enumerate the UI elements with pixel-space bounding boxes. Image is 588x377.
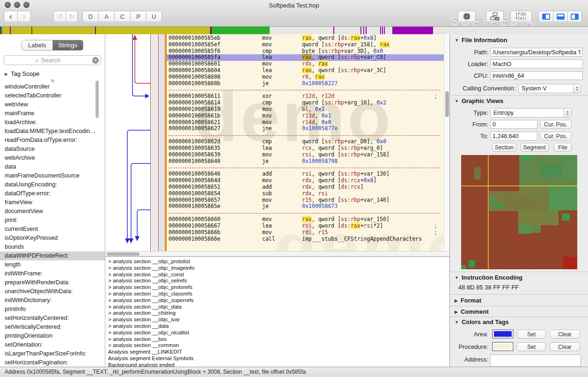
list-item[interactable]: loadArchive: xyxy=(0,118,105,127)
disassembly-line[interactable]: 0000000100058657movr15, qword [ss:rbp+va… xyxy=(167,197,444,204)
disassembly-line[interactable]: 0000000100058601movrdx, rax xyxy=(167,61,444,67)
scrollbar-thumb[interactable] xyxy=(107,252,140,256)
list-item[interactable]: printingOrientation xyxy=(0,332,105,340)
list-item[interactable]: webArchive xyxy=(0,154,105,163)
search-field[interactable]: ⌕ ✕ xyxy=(4,55,101,65)
nav-strip-segment[interactable] xyxy=(380,27,381,34)
clear-search-icon[interactable]: ✕ xyxy=(92,57,99,64)
segment-range-button[interactable]: Segment xyxy=(521,143,549,152)
list-item[interactable]: length xyxy=(0,260,105,269)
list-item[interactable]: bounds xyxy=(0,243,105,251)
list-item[interactable]: unarchiveObjectWithData: xyxy=(0,287,105,296)
mode-ascii-button[interactable]: A xyxy=(98,11,114,22)
disassembly-line[interactable]: 0000000100058660movrax, qword [ss:rbp+va… xyxy=(167,216,444,223)
mode-data-button[interactable]: D xyxy=(82,11,98,22)
disassembly-line[interactable]: 0000000100058651addrdx, qword [ds:rcx] xyxy=(167,184,444,191)
undo-button[interactable]: ↺ xyxy=(53,11,66,22)
disassembly-horizontal-scrollbar[interactable] xyxy=(105,251,449,256)
from-cur-pos-button[interactable]: Cur. Pos. xyxy=(540,120,572,129)
to-field[interactable] xyxy=(490,132,537,140)
toggle-left-pane-button[interactable] xyxy=(538,11,553,22)
list-item[interactable]: mainFrameDocumentSource xyxy=(0,171,105,180)
list-item[interactable]: isOptionKeyPressed xyxy=(0,234,105,243)
sidebar-scrollbar[interactable] xyxy=(96,81,99,118)
loader-field[interactable] xyxy=(490,59,583,68)
disassembly-listing[interactable]: demo demo 00000001000585ebmovrax, qword … xyxy=(167,34,444,251)
toggle-bottom-pane-button[interactable] xyxy=(553,11,567,22)
disassembly-line[interactable]: 000000010005862dcmpqword [ss:rbp+var_D0]… xyxy=(167,139,444,145)
list-item[interactable]: print: xyxy=(0,216,105,225)
area-set-button[interactable]: Set xyxy=(517,330,546,339)
list-item[interactable]: readFromData:ofType:error: xyxy=(0,136,105,145)
disassembly-line[interactable]: 0000000100058604learax, qword [ss:rbp+va… xyxy=(167,67,444,74)
section-colors-tags[interactable]: ▼Colors and Tags xyxy=(455,318,509,325)
disassembly-line[interactable]: 0000000100058639movrsi, qword [ss:rbp+va… xyxy=(167,152,444,158)
nav-strip-segment[interactable] xyxy=(360,27,361,34)
disassembly-line[interactable]: 0000000100058635learcx, qword [ss:rbp+ar… xyxy=(167,145,444,152)
list-item[interactable]: loadData:MIMEType:textEncodin… xyxy=(0,127,105,136)
disassembly-line[interactable]: 000000010005861bmovr13d, 0x1 xyxy=(167,113,444,119)
cpu-mode-button[interactable] xyxy=(458,11,476,22)
disassembly-vertical-scrollbar[interactable] xyxy=(444,34,449,251)
list-item[interactable]: prepareWithRenderData: xyxy=(0,278,105,287)
area-color-well[interactable] xyxy=(492,329,514,339)
nav-strip-segment[interactable] xyxy=(366,27,367,34)
list-item[interactable]: setHorizontalPagination: xyxy=(0,358,105,367)
cpu-field[interactable] xyxy=(490,71,583,80)
list-item[interactable]: initWithFrame: xyxy=(0,269,105,278)
disassembly-line[interactable]: 00000001000585falearax, qword [ss:rbp+va… xyxy=(167,54,444,61)
tag-scope-disclosure[interactable]: ▶Tag Scope xyxy=(5,70,39,77)
list-item[interactable]: documentView xyxy=(0,207,105,216)
disassembly-line[interactable]: 0000000100058614cmpqword [ss:rbp+arg_10]… xyxy=(167,100,444,106)
list-item[interactable]: windowController xyxy=(0,82,105,91)
disassembly-line[interactable]: 0000000100058627jne0x10005877e xyxy=(167,126,444,132)
list-item[interactable]: initWithDictionary: xyxy=(0,296,105,305)
list-item[interactable]: selectedTabController xyxy=(0,91,105,100)
section-instruction-encoding[interactable]: ▼Instruction Encoding xyxy=(455,274,522,281)
type-dropdown[interactable]: Entropy ▲▼ xyxy=(490,108,572,118)
nav-strip-segment[interactable] xyxy=(382,27,383,34)
path-field[interactable] xyxy=(490,48,583,57)
disassembly-line[interactable]: 0000000100058608movr8, rax xyxy=(167,74,444,81)
disassembly-line[interactable]: 00000001000585ebmovrax, qword [ds:rax+0x… xyxy=(167,35,444,42)
calling-convention-dropdown[interactable]: System V ▲▼ xyxy=(518,84,581,93)
file-range-button[interactable]: File xyxy=(554,143,572,152)
list-item[interactable]: webView xyxy=(0,100,105,109)
disassembly-line[interactable]: 0000000100058646addrsi, qword [ss:rbp+va… xyxy=(167,171,444,177)
disassembly-line[interactable]: 0000000100058640je0x100058798 xyxy=(167,158,444,165)
list-item[interactable]: setHorizontallyCentered: xyxy=(0,314,105,323)
list-item[interactable]: dataOfType:error: xyxy=(0,189,105,198)
mode-procedure-button[interactable]: P xyxy=(130,11,146,22)
scrollbar-thumb[interactable] xyxy=(445,91,449,117)
disassembly-line[interactable]: 000000010005864dmovrdx, qword [ds:rcx+0x… xyxy=(167,177,444,184)
list-item[interactable]: dataSource xyxy=(0,145,105,154)
from-field[interactable] xyxy=(490,120,537,129)
list-item[interactable]: dataUsingEncoding: xyxy=(0,180,105,189)
address-field[interactable] xyxy=(490,355,581,367)
disassembly-line[interactable]: 000000010005866bmovrdi, r15; xyxy=(167,229,444,236)
redo-button[interactable]: ↻ xyxy=(66,11,78,22)
control-flow-graph-button[interactable] xyxy=(486,11,504,22)
nav-strip-segment[interactable] xyxy=(210,27,212,34)
section-range-button[interactable]: Section xyxy=(492,143,516,152)
section-file-information[interactable]: ▼File Information xyxy=(455,37,507,44)
disassembly-line[interactable]: 0000000100058654subrdx, rsi xyxy=(167,191,444,197)
nav-strip-segment[interactable] xyxy=(363,27,364,34)
search-input[interactable] xyxy=(41,57,69,64)
entropy-graphic[interactable] xyxy=(461,155,577,269)
mode-undefined-button[interactable]: U xyxy=(146,11,162,22)
list-item[interactable]: printInfo xyxy=(0,305,105,314)
area-clear-button[interactable]: Clear xyxy=(550,330,580,339)
list-item[interactable]: mainFrame xyxy=(0,109,105,118)
disassembly-line[interactable]: 00000001000585f6cmpbyte [ss:rbp+var_3D],… xyxy=(167,48,444,55)
nav-strip-segment[interactable] xyxy=(212,27,270,34)
tab-strings[interactable]: Strings xyxy=(53,40,83,50)
section-graphic-views[interactable]: ▼Graphic Views xyxy=(455,97,503,104)
nav-strip-segment[interactable] xyxy=(392,27,433,34)
disassembly-line[interactable]: 0000000100058619movbl, 0x1 xyxy=(167,106,444,113)
tab-labels[interactable]: Labels xyxy=(22,40,53,50)
pseudocode-button[interactable]: if(b) f(x); xyxy=(510,11,532,22)
list-item[interactable]: setOrientation: xyxy=(0,340,105,349)
procedure-set-button[interactable]: Set xyxy=(517,342,546,351)
splitter-handle[interactable] xyxy=(51,79,54,82)
